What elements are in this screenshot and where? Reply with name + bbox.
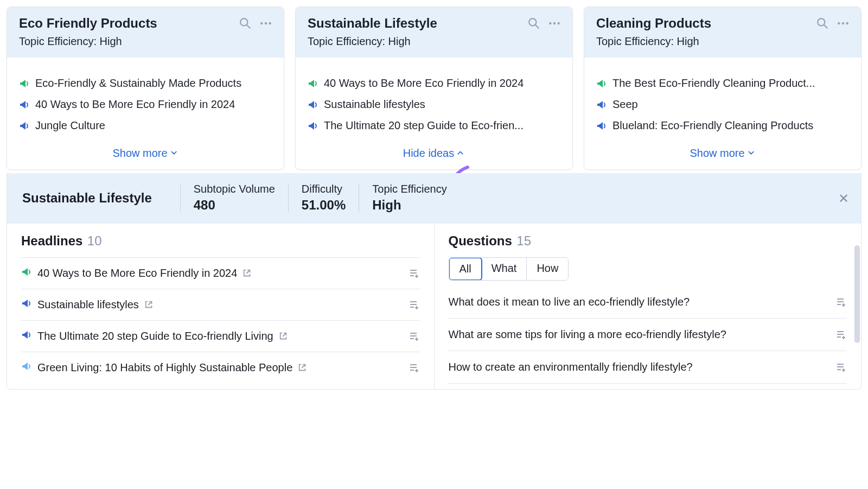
close-icon[interactable]: ✕	[838, 192, 849, 205]
topic-card-header: Eco Friendly Products Topic Efficiency: …	[7, 7, 284, 58]
topic-efficiency-label: Topic Efficiency	[372, 183, 446, 195]
question-text[interactable]: How to create an environmentally friendl…	[449, 361, 699, 373]
add-to-list-icon[interactable]	[836, 329, 847, 340]
detail-panel: Sustainable Lifestyle Subtopic Volume 48…	[7, 173, 861, 390]
idea-text: The Ultimate 20 step Guide to Eco-frien.…	[324, 119, 524, 132]
megaphone-icon	[21, 298, 32, 312]
hide-ideas-link[interactable]: Hide ideas	[403, 147, 465, 160]
question-row: How to create an environmentally friendl…	[449, 351, 847, 384]
megaphone-icon	[308, 120, 318, 131]
megaphone-icon	[21, 266, 32, 280]
more-icon[interactable]	[260, 17, 272, 29]
external-link-icon[interactable]	[144, 300, 154, 310]
headlines-count: 10	[87, 233, 102, 248]
external-link-icon[interactable]	[242, 269, 252, 278]
search-icon[interactable]	[239, 17, 251, 29]
questions-count: 15	[516, 233, 531, 248]
add-to-list-icon[interactable]	[409, 300, 420, 310]
headline-row: 40 Ways to Be More Eco Friendly in 2024	[21, 258, 420, 289]
idea-text: 40 Ways to Be More Eco Friendly in 2024	[35, 98, 235, 111]
topic-title: Eco Friendly Products	[19, 16, 157, 31]
add-to-list-icon[interactable]	[409, 331, 420, 342]
idea-text: Eco-Friendly & Sustainably Made Products	[35, 77, 241, 90]
detail-title: Sustainable Lifestyle	[22, 190, 167, 206]
topic-card-header: Sustainable Lifestyle Topic Efficiency: …	[296, 7, 572, 58]
external-link-icon[interactable]	[279, 332, 289, 341]
topic-efficiency-line: Topic Efficiency: High	[308, 35, 560, 48]
megaphone-icon	[19, 99, 30, 110]
search-icon[interactable]	[816, 17, 828, 29]
idea-item[interactable]: Jungle Culture	[19, 115, 272, 136]
megaphone-icon	[596, 99, 607, 110]
idea-text: Blueland: Eco-Friendly Cleaning Products	[612, 119, 813, 132]
topic-card: Cleaning Products Topic Efficiency: High…	[584, 7, 861, 170]
idea-item[interactable]: Seep	[596, 94, 849, 115]
megaphone-icon	[596, 78, 607, 89]
headline-text[interactable]: 40 Ways to Be More Eco Friendly in 2024	[37, 267, 237, 280]
detail-body: Headlines 10 40 Ways to Be More Eco Frie…	[7, 224, 861, 389]
add-to-list-icon[interactable]	[836, 297, 847, 308]
add-to-list-icon[interactable]	[409, 363, 420, 373]
topic-efficiency-line: Topic Efficiency: High	[596, 35, 849, 48]
subtopic-volume-label: Subtopic Volume	[194, 183, 275, 195]
headline-text[interactable]: Green Living: 10 Habits of Highly Sustai…	[37, 361, 292, 374]
topic-card: Sustainable Lifestyle Topic Efficiency: …	[295, 7, 573, 170]
more-icon[interactable]	[837, 17, 849, 29]
topic-efficiency-line: Topic Efficiency: High	[19, 35, 272, 48]
filter-pill-how[interactable]: How	[527, 258, 568, 280]
idea-item[interactable]: The Ultimate 20 step Guide to Eco-frien.…	[308, 115, 560, 136]
idea-item[interactable]: The Best Eco-Friendly Cleaning Product..…	[596, 73, 849, 94]
idea-text: The Best Eco-Friendly Cleaning Product..…	[612, 77, 815, 90]
topic-card-body: The Best Eco-Friendly Cleaning Product..…	[584, 58, 861, 142]
idea-item[interactable]: 40 Ways to Be More Eco Friendly in 2024	[308, 73, 560, 94]
topic-card-body: Eco-Friendly & Sustainably Made Products…	[7, 58, 284, 142]
megaphone-icon	[19, 120, 30, 131]
idea-text: Jungle Culture	[35, 119, 105, 132]
search-icon[interactable]	[528, 17, 540, 29]
topic-title: Sustainable Lifestyle	[308, 16, 437, 31]
filter-pill-what[interactable]: What	[482, 258, 527, 280]
difficulty-label: Difficulty	[302, 183, 346, 195]
topic-card-body: 40 Ways to Be More Eco Friendly in 2024 …	[296, 58, 572, 142]
question-text[interactable]: What does it mean to live an eco-friendl…	[449, 296, 697, 308]
detail-header: Sustainable Lifestyle Subtopic Volume 48…	[7, 173, 861, 224]
add-to-list-icon[interactable]	[836, 362, 847, 373]
idea-text: 40 Ways to Be More Eco Friendly in 2024	[324, 77, 524, 90]
megaphone-icon	[21, 329, 32, 343]
idea-item[interactable]: Blueland: Eco-Friendly Cleaning Products	[596, 115, 849, 136]
questions-column: Questions 15 AllWhatHow What does it mea…	[435, 224, 861, 389]
more-icon[interactable]	[548, 17, 560, 29]
question-text[interactable]: What are some tips for living a more eco…	[449, 328, 733, 341]
headline-row: Green Living: 10 Habits of Highly Sustai…	[21, 352, 420, 383]
questions-title: Questions	[449, 233, 512, 248]
topic-title: Cleaning Products	[596, 16, 711, 31]
headline-row: The Ultimate 20 step Guide to Eco-friend…	[21, 321, 420, 352]
topic-card: Eco Friendly Products Topic Efficiency: …	[7, 7, 284, 170]
idea-item[interactable]: Sustainable lifestyles	[308, 94, 560, 115]
topic-cards-row: Eco Friendly Products Topic Efficiency: …	[7, 7, 861, 170]
headline-text[interactable]: Sustainable lifestyles	[37, 299, 139, 311]
idea-item[interactable]: Eco-Friendly & Sustainably Made Products	[19, 73, 272, 94]
headlines-title: Headlines	[21, 233, 82, 248]
question-filter-group: AllWhatHow	[449, 257, 569, 281]
idea-item[interactable]: 40 Ways to Be More Eco Friendly in 2024	[19, 94, 272, 115]
idea-text: Seep	[612, 98, 638, 111]
subtopic-volume-value: 480	[194, 198, 275, 213]
megaphone-icon	[308, 78, 318, 89]
megaphone-icon	[596, 120, 607, 131]
headlines-column: Headlines 10 40 Ways to Be More Eco Frie…	[7, 224, 435, 389]
add-to-list-icon[interactable]	[409, 268, 420, 279]
show-more-link[interactable]: Show more	[112, 147, 178, 160]
question-row: What are some tips for living a more eco…	[449, 319, 847, 351]
idea-text: Sustainable lifestyles	[324, 98, 425, 111]
megaphone-icon	[21, 361, 32, 374]
filter-pill-all[interactable]: All	[449, 257, 482, 281]
scrollbar[interactable]	[854, 245, 860, 389]
show-more-link[interactable]: Show more	[690, 147, 755, 160]
headline-text[interactable]: The Ultimate 20 step Guide to Eco-friend…	[37, 330, 273, 342]
external-link-icon[interactable]	[298, 363, 308, 373]
headline-row: Sustainable lifestyles	[21, 289, 420, 321]
megaphone-icon	[308, 99, 318, 110]
topic-efficiency-value: High	[372, 198, 446, 213]
question-row: What does it mean to live an eco-friendl…	[449, 286, 847, 319]
